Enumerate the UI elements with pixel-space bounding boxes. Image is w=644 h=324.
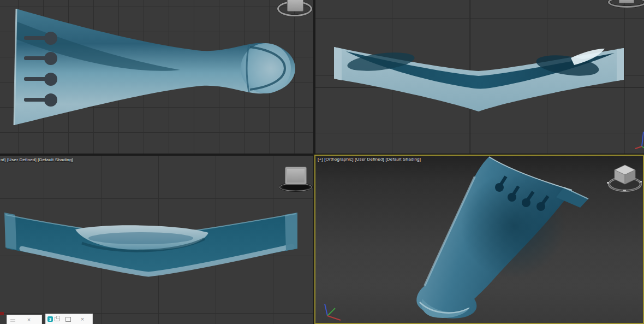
viewcube-3d-icon[interactable] xyxy=(607,165,642,191)
viewport-orthographic-view[interactable]: [+] [Orthographic] [User Defined] [Defau… xyxy=(314,155,644,324)
tailpiece-front-view-model[interactable] xyxy=(0,156,313,324)
menu-icon[interactable] xyxy=(9,315,16,324)
viewcube-icon[interactable] xyxy=(619,0,634,3)
tailpiece-orthographic-model[interactable] xyxy=(315,156,643,323)
viewcube-icon[interactable] xyxy=(287,0,303,11)
max-viewport-quad: nt] [User Defined] [Default Shading] xyxy=(0,0,644,324)
tailpiece-back-body xyxy=(334,47,624,111)
axis-tripod-icon xyxy=(325,304,341,320)
viewcube-icon[interactable] xyxy=(285,167,307,185)
pillow-streak xyxy=(88,232,193,244)
close-button[interactable]: × xyxy=(79,314,86,324)
viewport-label[interactable]: nt] [User Defined] [Default Shading] xyxy=(1,157,73,162)
fan-shading xyxy=(461,173,565,278)
max-window-titlebar[interactable]: 3 × xyxy=(46,314,92,324)
background-window-titlebar[interactable]: × xyxy=(7,315,41,324)
viewport-top-view[interactable] xyxy=(0,0,313,154)
tailpiece-front-body xyxy=(4,213,297,276)
maximize-button[interactable] xyxy=(64,314,72,324)
front-left-cap xyxy=(4,213,16,250)
tailpiece-top-body xyxy=(14,9,295,125)
viewport-back-view[interactable] xyxy=(315,0,644,154)
viewport-front-view[interactable]: nt] [User Defined] [Default Shading] xyxy=(0,156,313,324)
red-mark xyxy=(0,312,4,315)
axis-tripod-icon xyxy=(635,129,644,154)
tailpiece-back-view-model[interactable] xyxy=(315,0,644,154)
viewport-label[interactable]: [+] [Orthographic] [User Defined] [Defau… xyxy=(318,157,421,162)
front-right-cap xyxy=(285,213,297,251)
close-button[interactable]: × xyxy=(25,315,33,324)
restore-icon[interactable] xyxy=(53,314,60,324)
tailpiece-top-view-model[interactable] xyxy=(0,0,313,154)
app-3dsmax-icon: 3 xyxy=(47,314,53,324)
